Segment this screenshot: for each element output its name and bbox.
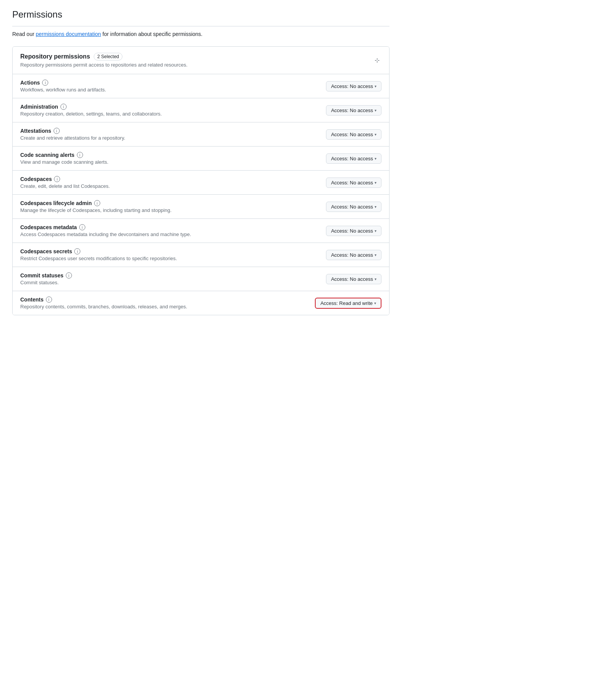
permission-left: Codespaces metadataiAccess Codespaces me… xyxy=(20,224,326,237)
info-icon[interactable]: i xyxy=(46,297,52,303)
access-label: Access: No access xyxy=(331,228,373,234)
info-icon[interactable]: i xyxy=(54,128,60,134)
permission-name-row: Code scanning alertsi xyxy=(20,152,326,158)
permission-left: AttestationsiCreate and retrieve attesta… xyxy=(20,128,326,141)
access-dropdown-button[interactable]: Access: No access▾ xyxy=(326,81,381,91)
permission-description: Repository creation, deletion, settings,… xyxy=(20,111,326,117)
permission-name-row: Contentsi xyxy=(20,297,315,303)
access-label: Access: No access xyxy=(331,276,373,282)
info-icon[interactable]: i xyxy=(42,80,48,86)
info-icon[interactable]: i xyxy=(79,224,85,230)
info-icon[interactable]: i xyxy=(94,200,100,206)
permission-description: Create and retrieve attestations for a r… xyxy=(20,135,326,141)
permission-row: Code scanning alertsiView and manage cod… xyxy=(13,147,389,171)
permission-description: View and manage code scanning alerts. xyxy=(20,159,326,165)
intro-text-after: for information about specific permissio… xyxy=(101,31,202,37)
section-header-title-row: Repository permissions 2 Selected xyxy=(20,53,187,60)
expand-collapse-icon[interactable]: ⊹ xyxy=(372,56,381,65)
access-dropdown-button[interactable]: Access: No access▾ xyxy=(326,153,381,164)
intro-paragraph: Read our permissions documentation for i… xyxy=(12,31,389,37)
dropdown-arrow-icon: ▾ xyxy=(375,84,376,88)
permission-description: Manage the lifecycle of Codespaces, incl… xyxy=(20,207,326,213)
permission-name: Contents xyxy=(20,297,44,303)
info-icon[interactable]: i xyxy=(74,248,80,254)
dropdown-arrow-icon: ▾ xyxy=(374,301,376,305)
access-label: Access: No access xyxy=(331,252,373,258)
access-label: Access: No access xyxy=(331,156,373,161)
dropdown-arrow-icon: ▾ xyxy=(375,253,376,257)
permission-row: Codespaces lifecycle adminiManage the li… xyxy=(13,195,389,219)
info-icon[interactable]: i xyxy=(54,176,60,182)
permission-name: Codespaces lifecycle admin xyxy=(20,200,92,206)
permission-name-row: Actionsi xyxy=(20,80,326,86)
permission-description: Restrict Codespaces user secrets modific… xyxy=(20,256,326,261)
permission-left: ActionsiWorkflows, workflow runs and art… xyxy=(20,80,326,93)
permission-description: Commit statuses. xyxy=(20,280,326,285)
permission-left: Code scanning alertsiView and manage cod… xyxy=(20,152,326,165)
access-dropdown-button[interactable]: Access: No access▾ xyxy=(326,105,381,116)
info-icon[interactable]: i xyxy=(60,104,67,110)
permission-left: AdministrationiRepository creation, dele… xyxy=(20,104,326,117)
permissions-docs-link[interactable]: permissions documentation xyxy=(36,31,101,37)
dropdown-arrow-icon: ▾ xyxy=(375,181,376,185)
dropdown-arrow-icon: ▾ xyxy=(375,156,376,161)
permission-row: Commit statusesiCommit statuses.Access: … xyxy=(13,267,389,291)
section-description: Repository permissions permit access to … xyxy=(20,62,187,68)
permission-left: Commit statusesiCommit statuses. xyxy=(20,272,326,285)
permission-row: ActionsiWorkflows, workflow runs and art… xyxy=(13,74,389,98)
permission-description: Create, edit, delete and list Codespaces… xyxy=(20,183,326,189)
permission-description: Repository contents, commits, branches, … xyxy=(20,304,315,310)
access-dropdown-button[interactable]: Access: No access▾ xyxy=(326,178,381,188)
access-dropdown-button[interactable]: Access: No access▾ xyxy=(326,274,381,284)
access-dropdown-button[interactable]: Access: No access▾ xyxy=(326,226,381,236)
dropdown-arrow-icon: ▾ xyxy=(375,205,376,209)
permission-name: Codespaces metadata xyxy=(20,224,77,230)
access-dropdown-button[interactable]: Access: No access▾ xyxy=(326,129,381,140)
permission-left: ContentsiRepository contents, commits, b… xyxy=(20,297,315,310)
info-icon[interactable]: i xyxy=(66,272,72,279)
permission-name: Attestations xyxy=(20,128,51,134)
permission-row: Codespaces secretsiRestrict Codespaces u… xyxy=(13,243,389,267)
permission-description: Workflows, workflow runs and artifacts. xyxy=(20,87,326,93)
permission-name: Code scanning alerts xyxy=(20,152,75,158)
page-title: Permissions xyxy=(12,9,389,26)
permission-name-row: Administrationi xyxy=(20,104,326,110)
section-title: Repository permissions xyxy=(20,53,90,60)
access-label: Access: No access xyxy=(331,180,373,186)
permission-left: Codespaces lifecycle adminiManage the li… xyxy=(20,200,326,213)
permission-name: Codespaces secrets xyxy=(20,248,72,254)
permission-left: CodespacesiCreate, edit, delete and list… xyxy=(20,176,326,189)
permissions-list: ActionsiWorkflows, workflow runs and art… xyxy=(13,74,389,315)
access-label: Access: Read and write xyxy=(320,300,373,306)
permission-row: ContentsiRepository contents, commits, b… xyxy=(13,291,389,315)
dropdown-arrow-icon: ▾ xyxy=(375,132,376,137)
permission-name-row: Attestationsi xyxy=(20,128,326,134)
permission-name-row: Codespacesi xyxy=(20,176,326,182)
permission-name: Administration xyxy=(20,104,58,110)
permission-name-row: Codespaces lifecycle admini xyxy=(20,200,326,206)
access-dropdown-button[interactable]: Access: Read and write▾ xyxy=(315,298,381,309)
permission-row: AdministrationiRepository creation, dele… xyxy=(13,98,389,122)
permission-description: Access Codespaces metadata including the… xyxy=(20,231,326,237)
dropdown-arrow-icon: ▾ xyxy=(375,229,376,233)
permission-row: AttestationsiCreate and retrieve attesta… xyxy=(13,122,389,147)
permission-row: Codespaces metadataiAccess Codespaces me… xyxy=(13,219,389,243)
access-label: Access: No access xyxy=(331,83,373,89)
access-label: Access: No access xyxy=(331,132,373,137)
permission-name: Codespaces xyxy=(20,176,52,182)
permission-name-row: Codespaces metadatai xyxy=(20,224,326,230)
info-icon[interactable]: i xyxy=(77,152,83,158)
permission-left: Codespaces secretsiRestrict Codespaces u… xyxy=(20,248,326,261)
permission-name: Actions xyxy=(20,80,40,86)
dropdown-arrow-icon: ▾ xyxy=(375,277,376,281)
access-dropdown-button[interactable]: Access: No access▾ xyxy=(326,250,381,260)
intro-text-before: Read our xyxy=(12,31,36,37)
access-label: Access: No access xyxy=(331,108,373,113)
section-header: Repository permissions 2 Selected Reposi… xyxy=(13,47,389,74)
access-dropdown-button[interactable]: Access: No access▾ xyxy=(326,202,381,212)
selected-badge: 2 Selected xyxy=(94,53,122,60)
permission-row: CodespacesiCreate, edit, delete and list… xyxy=(13,171,389,195)
permission-name: Commit statuses xyxy=(20,272,64,279)
permission-name-row: Commit statusesi xyxy=(20,272,326,279)
permissions-section: Repository permissions 2 Selected Reposi… xyxy=(12,46,389,315)
